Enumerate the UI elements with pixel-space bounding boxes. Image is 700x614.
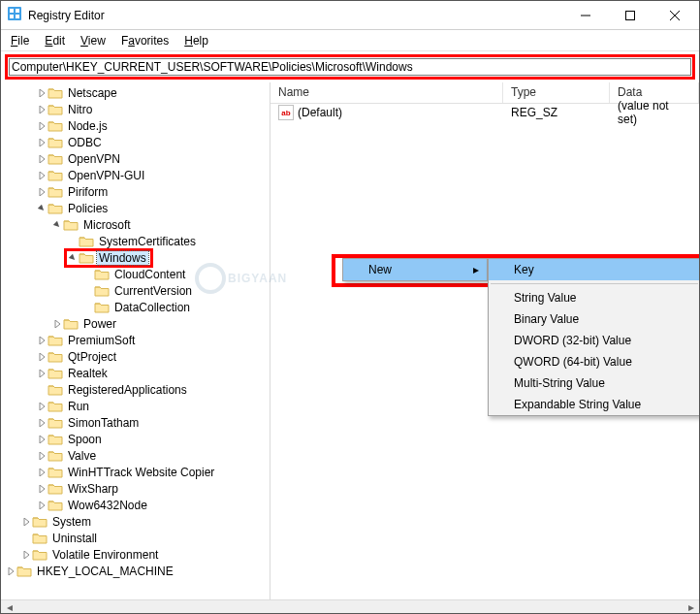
collapse-icon[interactable] [51,221,63,229]
close-button[interactable] [652,1,697,30]
context-menu[interactable]: New ▸ [342,258,488,281]
tree-item[interactable]: OpenVPN [5,150,270,167]
tree-item[interactable]: Wow6432Node [5,497,270,513]
menu-edit[interactable]: Edit [39,32,71,49]
expand-icon[interactable] [20,551,32,559]
expand-icon[interactable] [36,337,48,344]
context-dword[interactable]: DWORD (32-bit) Value [489,330,700,351]
tree-item[interactable]: SystemCertificates [5,233,270,249]
expand-icon[interactable] [36,419,48,427]
expand-icon[interactable] [36,172,48,179]
app-title: Registry Editor [28,9,563,22]
context-expand[interactable]: Expandable String Value [489,394,700,415]
list-row[interactable]: ab (Default) REG_SZ (value not set) [270,104,699,121]
context-key[interactable]: Key [489,259,700,280]
tree-item-label: RegisteredApplications [66,383,189,397]
tree-item-label: QtProject [66,350,118,364]
tree-item[interactable]: SimonTatham [5,414,270,431]
collapse-icon[interactable] [67,254,79,262]
tree-item[interactable]: Valve [5,447,270,464]
folder-icon [48,119,63,133]
expand-icon[interactable] [36,469,48,476]
expand-icon[interactable] [36,188,48,196]
minimize-button[interactable] [563,1,608,30]
tree-item[interactable]: Run [5,398,270,414]
tree-item[interactable]: QtProject [5,348,270,365]
tree-item[interactable]: System [5,513,270,530]
tree-item[interactable]: RegisteredApplications [5,381,270,398]
tree-item[interactable]: ODBC [5,134,270,150]
expand-icon[interactable] [36,155,48,163]
menu-file[interactable]: File [5,32,35,49]
expand-icon[interactable] [36,139,48,146]
tree-item[interactable]: Uninstall [5,530,270,546]
expand-icon[interactable] [36,106,48,113]
folder-icon [48,103,63,116]
tree-item[interactable]: Policies [5,200,270,216]
value-data: (value not set) [610,99,699,126]
tree-item[interactable]: Node.js [5,117,270,134]
folder-icon [32,515,48,529]
expand-icon[interactable] [36,436,48,443]
menu-view[interactable]: View [75,32,111,49]
tree-item[interactable]: WinHTTrack Website Copier [5,464,270,480]
expand-icon[interactable] [20,518,32,526]
context-new[interactable]: New ▸ [343,259,487,280]
col-name[interactable]: Name [270,82,503,103]
address-bar[interactable]: Computer\HKEY_CURRENT_USER\SOFTWARE\Poli… [9,58,691,76]
tree-item[interactable]: DataCollection [5,299,270,315]
tree-item[interactable]: Nitro [5,101,270,117]
horizontal-scrollbar[interactable]: ◂ ▸ [1,599,699,613]
context-string[interactable]: String Value [489,287,700,308]
scroll-left-button[interactable]: ◂ [1,600,17,614]
tree-item[interactable]: PremiumSoft [5,332,270,348]
list-pane[interactable]: Name Type Data ab (Default) REG_SZ (valu… [270,82,699,605]
expand-icon[interactable] [36,501,48,509]
context-separator [491,283,698,284]
expand-icon[interactable] [36,89,48,97]
tree-item[interactable]: Volatile Environment [5,546,270,563]
tree-item[interactable]: WixSharp [5,480,270,497]
folder-icon [16,565,32,578]
expand-icon[interactable] [36,452,48,460]
context-submenu[interactable]: Key String Value Binary Value DWORD (32-… [488,258,700,416]
scroll-track[interactable] [17,600,683,613]
tree-pane[interactable]: NetscapeNitroNode.jsODBCOpenVPNOpenVPN-G… [1,82,270,605]
collapse-icon[interactable] [36,205,48,212]
folder-icon [48,86,63,100]
svg-rect-1 [10,9,14,13]
tree-item[interactable]: Windows [5,249,270,266]
expand-icon[interactable] [36,485,48,493]
col-type[interactable]: Type [503,82,610,103]
tree-item-label: Policies [66,202,110,215]
expand-icon[interactable] [5,567,16,575]
expand-icon[interactable] [51,320,63,328]
scroll-right-button[interactable]: ▸ [683,600,699,614]
tree-item-label: Volatile Environment [50,548,160,562]
tree-item[interactable]: CloudContent [5,266,270,282]
tree-item[interactable]: Netscape [5,84,270,101]
context-qword[interactable]: QWORD (64-bit) Value [489,351,700,372]
tree-item[interactable]: Piriform [5,183,270,200]
tree-item-label: Wow6432Node [66,499,149,512]
expand-icon[interactable] [36,403,48,410]
svg-rect-6 [626,11,635,19]
expand-icon[interactable] [36,370,48,377]
maximize-button[interactable] [608,1,652,30]
folder-icon [48,185,63,199]
tree-item[interactable]: HKEY_LOCAL_MACHINE [5,563,270,579]
context-multi[interactable]: Multi-String Value [489,372,700,394]
tree-item[interactable]: Power [5,315,270,332]
tree-item[interactable]: OpenVPN-GUI [5,167,270,183]
tree-item-label: PremiumSoft [66,334,137,347]
expand-icon[interactable] [36,353,48,361]
tree-item[interactable]: CurrentVersion [5,282,270,299]
menu-help[interactable]: Help [178,32,214,49]
tree-item[interactable]: Microsoft [5,216,270,233]
menu-favorites[interactable]: Favorites [115,32,175,49]
context-binary[interactable]: Binary Value [489,308,700,330]
tree-item[interactable]: Realtek [5,365,270,381]
tree-item[interactable]: Spoon [5,431,270,447]
expand-icon[interactable] [36,122,48,130]
folder-icon [48,383,63,397]
